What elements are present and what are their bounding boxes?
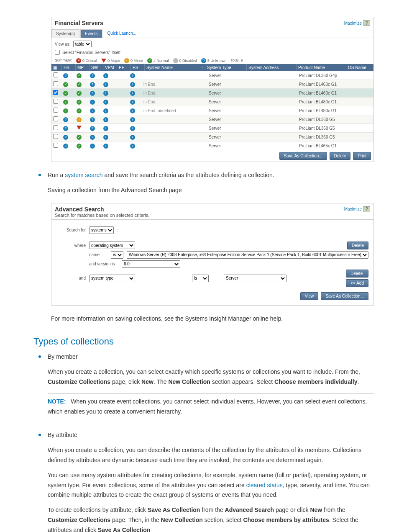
- system-address: [248, 83, 297, 85]
- table-row[interactable]: ?✓?iiServerProLiant DL360 G5: [51, 133, 373, 141]
- status-icon: ✓: [77, 135, 82, 140]
- product-name: ProLiant BL480c G1: [297, 107, 347, 114]
- bullet-icon: [38, 434, 41, 436]
- note-block: NOTE: When you create event collections,…: [48, 393, 374, 421]
- table-row[interactable]: ✓✓?iiin End. undefinedServerProLiant BL4…: [51, 106, 373, 115]
- cleared-status-link[interactable]: cleared status: [246, 482, 283, 488]
- status-icon: ?: [90, 117, 95, 122]
- product-name: ProLiant DL360 G4p: [297, 72, 347, 79]
- disabled-icon: [173, 58, 178, 63]
- col-name[interactable]: System Name ↑: [145, 64, 205, 71]
- table-row[interactable]: ✓✓?iiin End.ServerProLiant BL460c G1: [51, 80, 373, 89]
- maximize-link[interactable]: Maximize: [344, 21, 362, 26]
- status-icon: ?: [63, 73, 68, 78]
- print-button[interactable]: Print: [353, 152, 371, 160]
- section-heading: Types of collections: [33, 336, 374, 347]
- table-row[interactable]: ✓✓?iiin End.ServerProLiant BL460c G1: [51, 89, 373, 98]
- os-name: [347, 136, 373, 138]
- row-checkbox[interactable]: [53, 99, 58, 104]
- table-row[interactable]: ?!?iiServerProLiant DL360 G5: [51, 115, 373, 124]
- status-icon: ✓: [77, 73, 82, 78]
- criteria-value-select[interactable]: Server: [224, 275, 286, 282]
- status-icon: i: [103, 117, 108, 122]
- table-header: ▦ HS MP SW VPM PF ES System Name ↑ Syste…: [51, 64, 373, 71]
- system-address: [248, 144, 297, 147]
- col-sw[interactable]: SW: [90, 64, 103, 71]
- row-checkbox[interactable]: [53, 72, 58, 77]
- col-addr[interactable]: System Address: [247, 64, 297, 71]
- status-icon: !: [77, 117, 82, 122]
- os-name: [347, 127, 373, 129]
- status-icon: i: [103, 100, 108, 105]
- where-label: where: [56, 243, 86, 248]
- status-icon: ?: [90, 82, 95, 87]
- col-vpm[interactable]: VPM: [103, 64, 117, 71]
- col-es[interactable]: ES: [131, 64, 145, 71]
- status-icon: i: [130, 117, 135, 122]
- status-icon: ?: [63, 117, 68, 122]
- system-search-link[interactable]: system search: [65, 172, 102, 178]
- col-os[interactable]: OS Name: [346, 64, 373, 71]
- view-as-select[interactable]: table: [73, 41, 92, 47]
- status-icon: ✓: [77, 108, 82, 113]
- criteria-value-select[interactable]: Windows Server (R) 2008 Enterprise, x64 …: [127, 251, 368, 259]
- status-icon: ?: [63, 135, 68, 140]
- status-icon: ?: [90, 135, 95, 140]
- search-for-select[interactable]: systems: [89, 226, 114, 234]
- select-itself-label: Select "Financial Servers" Itself: [62, 50, 120, 55]
- criteria-version-select[interactable]: 6.0: [122, 260, 180, 268]
- add-criteria-button[interactable]: << Add: [346, 279, 368, 287]
- bullet-icon: [38, 355, 41, 358]
- body-paragraph: Run a system search and save the search …: [48, 170, 374, 180]
- row-checkbox[interactable]: [53, 81, 58, 86]
- view-button[interactable]: View: [300, 292, 319, 300]
- status-icon: ✓: [63, 91, 68, 96]
- delete-button[interactable]: Delete: [330, 152, 351, 160]
- row-checkbox[interactable]: [53, 143, 58, 148]
- row-checkbox[interactable]: [53, 125, 58, 130]
- help-icon[interactable]: ?: [363, 206, 370, 212]
- body-paragraph: When you create a collection, you can se…: [48, 367, 374, 387]
- help-icon[interactable]: ?: [363, 20, 370, 26]
- col-prod[interactable]: Product Name: [297, 64, 346, 71]
- col-pf[interactable]: PF: [117, 64, 131, 71]
- status-icon: ?: [63, 126, 68, 131]
- col-hs[interactable]: HS: [62, 64, 76, 71]
- table-row[interactable]: ✓✓?iiin End.ServerProLiant BL480c G1: [51, 98, 373, 106]
- criteria-field-select[interactable]: system type: [89, 275, 135, 282]
- select-itself-checkbox[interactable]: [55, 50, 60, 55]
- save-as-collection-button[interactable]: Save As Collection...: [321, 292, 368, 300]
- row-checkbox[interactable]: [53, 134, 58, 139]
- status-icon: ✓: [77, 100, 82, 105]
- table-row[interactable]: ?✓?iiServerProLiant BL465c G1: [51, 141, 373, 150]
- criteria-op-select[interactable]: is: [192, 275, 209, 282]
- body-paragraph: To create collections by attribute, clic…: [48, 505, 374, 532]
- row-checkbox[interactable]: [53, 90, 58, 95]
- system-type: Server: [207, 98, 248, 105]
- maximize-link[interactable]: Maximize: [344, 207, 362, 211]
- criteria-field-select[interactable]: operating system: [89, 242, 135, 249]
- product-name: ProLiant BL460c G1: [297, 90, 347, 97]
- header-checkbox-icon[interactable]: ▦: [51, 64, 62, 71]
- criteria-delete-button[interactable]: Delete: [346, 270, 368, 278]
- table-row[interactable]: ??iiServerProLiant DL360 G5: [51, 124, 373, 133]
- col-mp[interactable]: MP: [76, 64, 90, 71]
- col-type[interactable]: System Type: [205, 64, 247, 71]
- summary-prefix: Summary:: [55, 58, 72, 63]
- system-address: [248, 109, 297, 112]
- save-as-collection-button[interactable]: Save As Collection...: [279, 152, 327, 160]
- row-checkbox[interactable]: [53, 116, 58, 121]
- system-address: [248, 74, 297, 77]
- table-row[interactable]: ?✓?iiServerProLiant DL360 G4p: [51, 71, 373, 80]
- panel-subtitle: Search for matches based on selected cri…: [51, 213, 373, 219]
- tab-events[interactable]: Events: [80, 29, 102, 38]
- product-name: ProLiant DL360 G5: [297, 125, 347, 132]
- tab-systems[interactable]: System(s): [51, 29, 79, 38]
- system-address: [248, 100, 297, 103]
- criteria-op-select[interactable]: is: [111, 251, 123, 259]
- quick-launch-link[interactable]: Quick Launch...: [103, 29, 141, 38]
- row-checkbox[interactable]: [53, 108, 58, 113]
- status-icon: ?: [90, 108, 95, 113]
- os-name: [347, 100, 373, 103]
- criteria-delete-button[interactable]: Delete: [347, 242, 368, 249]
